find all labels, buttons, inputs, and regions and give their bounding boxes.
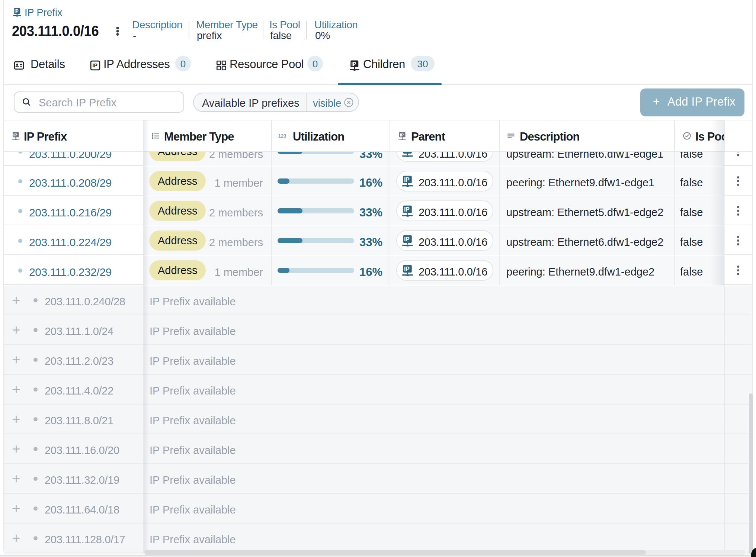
svg-text:123: 123 <box>278 133 286 139</box>
svg-text:IP: IP <box>404 206 410 213</box>
svg-text:IP: IP <box>351 61 356 67</box>
svg-text:IP: IP <box>404 176 410 183</box>
svg-text:IP: IP <box>13 133 17 137</box>
svg-text:IP: IP <box>404 152 410 153</box>
svg-text:IP: IP <box>15 9 19 14</box>
svg-text:IP: IP <box>404 236 410 242</box>
svg-text:IP: IP <box>400 133 404 137</box>
svg-text:IP: IP <box>404 265 410 272</box>
svg-text:IP: IP <box>93 62 97 68</box>
